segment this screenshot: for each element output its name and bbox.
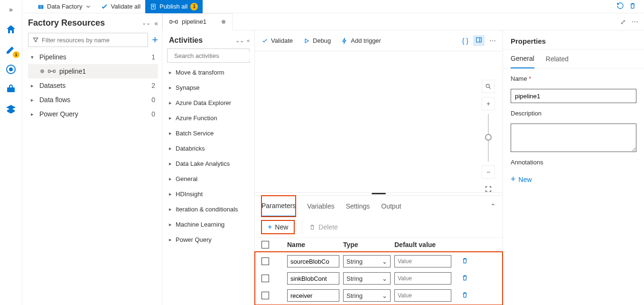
- validate-all-button[interactable]: Validate all: [96, 0, 145, 13]
- param-type-select[interactable]: String⌄: [343, 289, 391, 302]
- publish-all-label: Publish all: [159, 3, 187, 10]
- param-type-select[interactable]: String⌄: [343, 255, 391, 267]
- search-canvas-icon[interactable]: [482, 80, 495, 93]
- collapse-panel-icon[interactable]: «: [154, 19, 158, 27]
- caret-right-icon: ▸: [169, 85, 172, 91]
- fit-screen-icon[interactable]: [482, 182, 495, 196]
- collapse-bottom-icon[interactable]: ⌃: [490, 202, 496, 210]
- validate-button[interactable]: Validate: [261, 37, 293, 44]
- caret-right-icon: ▸: [169, 130, 172, 136]
- caret-right-icon: ▸: [31, 111, 37, 117]
- data-factory-label: Data Factory: [47, 3, 82, 10]
- filter-resources-input-wrapper[interactable]: [28, 33, 148, 47]
- activity-category[interactable]: ▸Data Lake Analytics: [162, 156, 254, 171]
- activity-category[interactable]: ▸Azure Data Explorer: [162, 95, 254, 110]
- caret-right-icon: ▸: [31, 97, 37, 103]
- activity-category[interactable]: ▸Batch Service: [162, 125, 254, 141]
- param-row: String⌄ Value: [255, 253, 503, 270]
- activity-category[interactable]: ▸HDInsight: [162, 186, 254, 201]
- row-checkbox[interactable]: [261, 275, 269, 282]
- double-chevron-right-icon[interactable]: »: [5, 4, 17, 15]
- new-parameter-button[interactable]: + New: [261, 220, 294, 234]
- param-name-input[interactable]: [287, 289, 339, 302]
- tab-variables[interactable]: Variables: [307, 196, 334, 217]
- activity-category[interactable]: ▸Machine Learning: [162, 217, 254, 232]
- monitor-icon[interactable]: [5, 64, 17, 75]
- param-default-input[interactable]: Value: [394, 289, 451, 302]
- props-toggle-icon[interactable]: [473, 35, 485, 46]
- publish-all-button[interactable]: Publish all 1: [145, 0, 203, 13]
- tree-count: 0: [151, 96, 155, 104]
- pipeline-name-input[interactable]: [511, 89, 636, 103]
- svg-rect-7: [53, 70, 55, 72]
- learning-icon[interactable]: [5, 104, 17, 115]
- tree-item-datasets[interactable]: ▸ Datasets 2: [28, 78, 158, 93]
- delete-parameter-button[interactable]: Delete: [302, 220, 337, 234]
- tree-item-powerquery[interactable]: ▸ Power Query 0: [28, 107, 158, 121]
- tree-item-dataflows[interactable]: ▸ Data flows 0: [28, 93, 158, 107]
- code-view-icon[interactable]: { }: [462, 37, 468, 45]
- annotations-label: Annotations: [511, 159, 636, 166]
- param-name-input[interactable]: [287, 255, 339, 267]
- tab-parameters[interactable]: Parameters: [261, 196, 296, 217]
- debug-button[interactable]: Debug: [303, 37, 331, 44]
- more-icon[interactable]: ⋯: [489, 37, 496, 45]
- tree-item-pipelines[interactable]: ▾ Pipelines 1: [28, 50, 158, 64]
- search-activities-wrapper[interactable]: [167, 48, 250, 63]
- activity-category[interactable]: ▸Power Query: [162, 232, 254, 247]
- caret-down-icon: ▾: [31, 54, 37, 60]
- select-all-checkbox[interactable]: [261, 241, 269, 248]
- delete-row-icon[interactable]: [455, 257, 474, 266]
- zoom-slider[interactable]: [488, 114, 489, 162]
- caret-right-icon: ▸: [169, 221, 172, 228]
- tab-pipeline1[interactable]: pipeline1: [162, 13, 233, 30]
- delete-label: Delete: [318, 223, 337, 231]
- add-annotation-button[interactable]: + New: [511, 174, 636, 184]
- col-default: Default value: [394, 241, 451, 248]
- tab-output[interactable]: Output: [381, 196, 401, 217]
- add-annotation-label: New: [519, 176, 532, 183]
- expand-diag-icon[interactable]: ⤢: [620, 18, 626, 26]
- param-default-input[interactable]: Value: [394, 255, 451, 267]
- refresh-icon[interactable]: [616, 2, 624, 11]
- add-resource-button[interactable]: +: [152, 34, 158, 46]
- manage-icon[interactable]: [5, 84, 17, 95]
- activity-category[interactable]: ▸Databricks: [162, 141, 254, 156]
- zoom-thumb[interactable]: [485, 134, 492, 141]
- prop-tab-general[interactable]: General: [511, 49, 534, 68]
- filter-resources-input[interactable]: [42, 37, 144, 44]
- zoom-in-button[interactable]: +: [482, 97, 495, 110]
- name-label: Name: [511, 75, 636, 82]
- tab-settings[interactable]: Settings: [346, 196, 370, 217]
- tree-count: 1: [151, 53, 155, 61]
- author-icon[interactable]: 1: [5, 44, 17, 55]
- data-factory-selector[interactable]: Data Factory: [33, 0, 96, 13]
- activity-category[interactable]: ▸General: [162, 171, 254, 186]
- zoom-out-button[interactable]: −: [482, 165, 495, 179]
- param-name-input[interactable]: [287, 272, 339, 285]
- prop-tab-related[interactable]: Related: [546, 49, 569, 68]
- dirty-dot-icon: [40, 69, 44, 73]
- row-checkbox[interactable]: [261, 257, 269, 265]
- home-icon[interactable]: [5, 24, 17, 35]
- add-trigger-button[interactable]: Add trigger: [341, 37, 381, 44]
- tree-item-pipeline1[interactable]: pipeline1: [28, 64, 158, 78]
- activity-category[interactable]: ▸Iteration & conditionals: [162, 201, 254, 217]
- row-checkbox[interactable]: [261, 292, 269, 299]
- collapse-panel-icon[interactable]: «: [247, 38, 250, 44]
- chevrons-down-icon[interactable]: ⌄⌄: [235, 38, 244, 44]
- tree-label: Datasets: [39, 82, 65, 89]
- activity-category[interactable]: ▸Move & transform: [162, 65, 254, 80]
- search-activities-input[interactable]: [174, 52, 254, 59]
- delete-row-icon[interactable]: [455, 291, 474, 300]
- pipeline-canvas[interactable]: + −: [255, 51, 503, 192]
- activity-category[interactable]: ▸Azure Function: [162, 110, 254, 125]
- more-icon[interactable]: ⋯: [632, 18, 638, 26]
- delete-row-icon[interactable]: [455, 274, 474, 283]
- activity-category[interactable]: ▸Synapse: [162, 80, 254, 95]
- param-default-input[interactable]: Value: [394, 272, 451, 285]
- pipeline-description-input[interactable]: [511, 124, 636, 152]
- chevrons-down-icon[interactable]: ⌄⌄: [142, 20, 150, 26]
- discard-icon[interactable]: [629, 2, 636, 11]
- param-type-select[interactable]: String⌄: [343, 272, 391, 285]
